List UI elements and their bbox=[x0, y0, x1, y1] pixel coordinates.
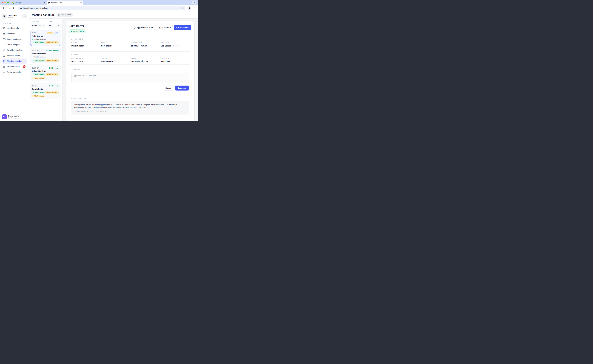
field-meeting-time: MEETING TIME 11:00 ET · Jan 28 bbox=[131, 42, 159, 47]
chevron-down-icon bbox=[58, 25, 59, 26]
add-note-label: ADD NOTE bbox=[71, 69, 189, 71]
tag-photo-id-valid: Photo ID valid bbox=[32, 41, 45, 44]
zoom-window-button[interactable] bbox=[7, 2, 9, 3]
browser-window: Google ✕ Syncarehealth ✕ + h bbox=[0, 0, 198, 121]
browser-menu-button[interactable] bbox=[192, 6, 196, 10]
sidebar-item-provider-tasks[interactable]: Provider tasks 2 bbox=[2, 64, 27, 69]
tab-google[interactable]: Google ✕ bbox=[11, 0, 47, 5]
provider-select[interactable]: Barber Leo bbox=[30, 23, 46, 28]
dr-chrono-label: Dr Chrono bbox=[162, 26, 171, 29]
syncare-logo-icon bbox=[2, 13, 7, 19]
appointment-card-olivia-martinez[interactable]: 11:30 ET 0h 30m · New Olivia Martinez Ph… bbox=[30, 65, 61, 81]
tag-photo-id-valid: Photo ID valid bbox=[32, 59, 45, 62]
address-bar[interactable]: https://syncare.health/meetings bbox=[18, 6, 186, 10]
external-link-icon bbox=[159, 27, 160, 29]
appointment-time: 11:30 ET bbox=[32, 67, 39, 69]
patient-name-heading: Jake Carter bbox=[69, 24, 86, 28]
tab-syncarehealth[interactable]: Syncarehealth ✕ bbox=[47, 0, 83, 5]
sidebar-item-label: Troches issues bbox=[7, 55, 20, 57]
brand: SYNCARE Health bbox=[2, 13, 27, 19]
session-note-input[interactable] bbox=[71, 73, 189, 83]
tab-title: Syncarehealth bbox=[51, 2, 79, 4]
appointment-checklist: Intake reviewed bbox=[34, 39, 46, 40]
dr-chrono-button[interactable]: Dr Chrono bbox=[156, 25, 173, 30]
sidebar-item-providers-toolbox[interactable]: Providers toolbox bbox=[2, 47, 27, 53]
date-chip[interactable]: Jan 28, 2025 bbox=[57, 13, 73, 17]
tab-title: Google bbox=[15, 2, 42, 4]
appointment-meta: 0h 45m · New bbox=[49, 85, 59, 87]
tag-pdmp-pending: PDMP pending bbox=[32, 95, 45, 97]
appointment-patient-name: Olivia Martinez bbox=[32, 70, 59, 72]
bookmark-star-icon[interactable] bbox=[181, 7, 184, 9]
sidebar-item-licenses[interactable]: Licenses bbox=[2, 31, 27, 36]
tag-pdmp-pending: PDMP pending bbox=[45, 41, 59, 44]
join-zoom-button[interactable]: Join Zoom bbox=[174, 25, 191, 30]
appointment-card-ethan-roberts[interactable]: 11:15 ET 0h 15m · Existing Ethan Roberts… bbox=[30, 48, 61, 63]
browser-profile-button[interactable] bbox=[187, 6, 191, 10]
sidebar-item-label: Providers toolbox bbox=[7, 49, 23, 51]
user-email: Dan@company.com bbox=[8, 117, 22, 119]
field-provider: PROVIDER Leo Barber ●●●●● bbox=[161, 42, 189, 47]
close-tab-icon[interactable]: ✕ bbox=[43, 2, 45, 4]
provider-name: Leo Barber bbox=[161, 45, 171, 47]
sidebar-item-label: Meeting audit bbox=[7, 27, 19, 29]
detail-panel: Jake Carter Patient Ready Appointment pr… bbox=[62, 19, 198, 121]
notifications-button[interactable] bbox=[22, 14, 27, 18]
previous-notes-section: PREVIOUS NOTES A new patient, has an upc… bbox=[69, 95, 191, 117]
sidebar-item-label: Provider tasks bbox=[7, 65, 20, 68]
back-button[interactable] bbox=[2, 6, 6, 10]
url-text[interactable]: https://syncare.health/meetings bbox=[23, 7, 180, 9]
sidebar-item-troches-issues[interactable]: Troches issues bbox=[2, 53, 27, 58]
user-name: Daniel Levitt bbox=[8, 115, 22, 117]
forward-button[interactable] bbox=[7, 6, 11, 10]
save-note-button[interactable]: Save note bbox=[175, 85, 189, 91]
appointment-card-sarah-lelik[interactable]: 11:45 ET 0h 45m · New Sarah Lelik Photo … bbox=[30, 83, 61, 99]
sidebar-section-label: PLATFORM bbox=[3, 23, 26, 24]
appointment-checklist: Intake reviewed bbox=[34, 56, 46, 58]
sidebar-item-meeting-schedule[interactable]: Meeting schedule bbox=[2, 58, 27, 64]
sidebar-item-zoom-meetings[interactable]: Zoom meetings bbox=[2, 37, 27, 42]
close-window-button[interactable] bbox=[2, 2, 3, 3]
appointment-card-jake-carter[interactable]: 11:00 ET Now New Jake Carter ✓ Intake re… bbox=[30, 30, 61, 46]
sidebar-item-nurse-schedule[interactable]: Nurse schedule bbox=[2, 70, 27, 75]
type-filter: TYPE All bbox=[47, 20, 61, 28]
page-header: Meeting schedule Jan 28, 2025 bbox=[29, 11, 198, 19]
sidebar-item-meeting-audit[interactable]: Meeting audit bbox=[2, 26, 27, 31]
tab-search-chevron-button[interactable] bbox=[192, 0, 196, 4]
type-select-value: All bbox=[49, 25, 51, 26]
sidebar: SYNCARE Health PLATFORM Meeting audit bbox=[0, 11, 29, 121]
window-controls bbox=[2, 2, 9, 3]
cancel-label: Cancel bbox=[165, 87, 171, 89]
logout-icon[interactable] bbox=[25, 116, 27, 118]
type-select[interactable]: All bbox=[47, 23, 61, 28]
previous-note-text: A new patient, has an upcoming appointme… bbox=[74, 103, 187, 109]
field-status: STATUS Patient Ready bbox=[71, 42, 100, 47]
join-zoom-label: Join Zoom bbox=[180, 26, 189, 29]
close-tab-icon[interactable]: ✕ bbox=[80, 2, 82, 4]
appointment-patient-name: Sarah Lelik bbox=[32, 88, 59, 90]
brand-subtitle: Health bbox=[8, 17, 18, 18]
sidebar-item-label: Zoom meetings bbox=[7, 38, 20, 40]
appointment-prep-button[interactable]: Appointment prep bbox=[132, 25, 155, 30]
check-square-icon bbox=[3, 65, 6, 68]
chevron-down-icon bbox=[43, 25, 44, 26]
minimize-window-button[interactable] bbox=[4, 2, 6, 3]
avatar: DL bbox=[2, 114, 7, 119]
reload-button[interactable] bbox=[12, 6, 16, 10]
cancel-button[interactable]: Cancel bbox=[163, 85, 174, 91]
field-phone: PHONE 650-000-1234 bbox=[101, 57, 129, 62]
previous-note-meta: Created by Diana B · Jan 28, 2025 at 9:0… bbox=[74, 111, 187, 112]
date-chip-label: Jan 28, 2025 bbox=[61, 14, 71, 16]
provider-filter-label: PROVIDER bbox=[31, 21, 46, 22]
new-tab-button[interactable]: + bbox=[84, 1, 88, 4]
sidebar-item-zoom-insights[interactable]: Zoom insights bbox=[2, 42, 27, 47]
tab-strip: Google ✕ Syncarehealth ✕ + bbox=[0, 0, 198, 5]
user-profile[interactable]: DL Daniel Levitt Dan@company.com bbox=[2, 114, 27, 119]
provider-masked-dots: ●●●●● bbox=[172, 45, 178, 47]
field-patient-id: PATIENT ID 000000000 bbox=[161, 57, 189, 62]
video-icon bbox=[176, 26, 179, 29]
check-icon: ✓ bbox=[32, 56, 33, 58]
calendar-icon bbox=[3, 60, 6, 62]
lock-icon bbox=[20, 7, 22, 9]
sidebar-item-label: Licenses bbox=[7, 33, 15, 35]
